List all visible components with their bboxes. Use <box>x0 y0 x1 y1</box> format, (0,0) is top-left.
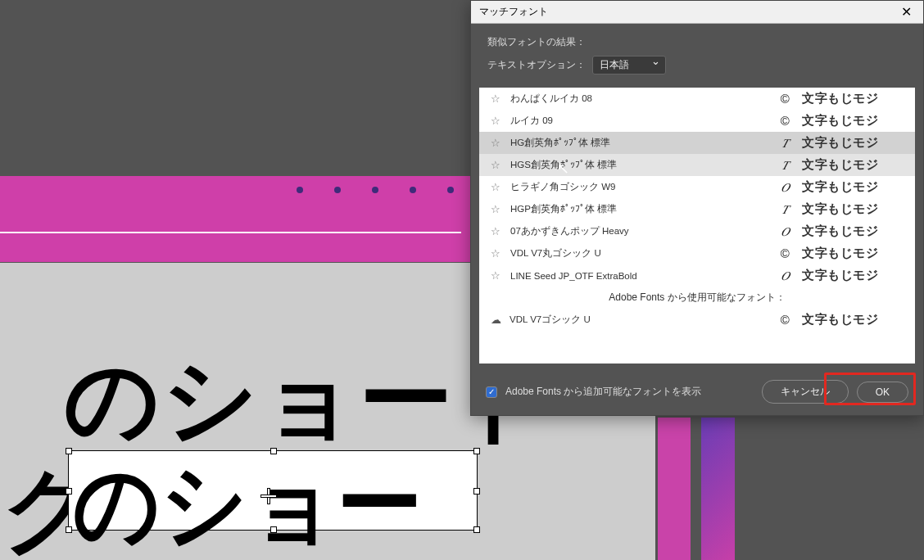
doc-dot <box>447 187 454 193</box>
font-preview: 文字もじモジ <box>802 224 908 239</box>
star-icon[interactable]: ☆ <box>491 93 502 105</box>
font-row[interactable]: ☆わんぱくルイカ 08©文字もじモジ <box>479 88 915 110</box>
source-type-icon: 𝑂 <box>776 224 794 239</box>
selection-handle[interactable] <box>66 448 72 454</box>
font-name: ヒラギノ角ゴシック W9 <box>510 181 768 193</box>
dialog-titlebar[interactable]: マッチフォント ✕ <box>471 1 923 24</box>
star-icon[interactable]: ☆ <box>491 137 502 149</box>
font-name: HG創英角ﾎﾟｯﾌﾟ体 標準 <box>510 137 768 149</box>
show-adobe-fonts-checkbox[interactable]: ✓ <box>486 386 497 398</box>
selection-handle[interactable] <box>66 526 72 533</box>
result-label: 類似フォントの結果： <box>487 35 907 49</box>
font-preview: 文字もじモジ <box>802 268 908 283</box>
font-name: VDL V7丸ゴシック U <box>510 247 768 260</box>
font-name: HGP創英角ﾎﾟｯﾌﾟ体 標準 <box>510 203 768 215</box>
font-preview: 文字もじモジ <box>802 201 908 217</box>
font-preview: 文字もじモジ <box>802 246 908 261</box>
bg-stripe-2 <box>701 418 735 560</box>
doc-dot <box>372 187 378 193</box>
source-type-icon: © <box>776 92 794 106</box>
doc-dot <box>297 187 303 193</box>
star-icon[interactable]: ☆ <box>491 269 502 282</box>
dialog-header: 類似フォントの結果： テキストオプション： 日本語 <box>471 24 923 83</box>
font-name: わんぱくルイカ 08 <box>510 93 768 105</box>
source-type-icon: © <box>776 313 794 327</box>
font-row[interactable]: ☁VDL V7ゴシック U©文字もじモジ <box>479 309 915 331</box>
doc-dot <box>334 187 341 193</box>
selection-handle[interactable] <box>473 488 480 495</box>
font-name: LINE Seed JP_OTF ExtraBold <box>510 271 768 281</box>
selection-handle[interactable] <box>270 526 277 533</box>
adobe-fonts-separator: Adobe Fonts から使用可能なフォント： <box>479 287 915 309</box>
match-font-dialog: マッチフォント ✕ 類似フォントの結果： テキストオプション： 日本語 ☆わんぱ… <box>470 0 924 416</box>
source-type-icon: © <box>776 114 794 128</box>
bg-stripe-1 <box>658 418 691 560</box>
selection-handle[interactable] <box>66 488 72 495</box>
font-row[interactable]: ☆HGP創英角ﾎﾟｯﾌﾟ体 標準𝑇文字もじモジ <box>479 198 915 220</box>
font-preview: 文字もじモジ <box>802 135 908 151</box>
font-preview: 文字もじモジ <box>802 91 908 106</box>
font-row[interactable]: ☆LINE Seed JP_OTF ExtraBold𝑂文字もじモジ <box>479 264 915 287</box>
font-name: ルイカ 09 <box>510 115 768 127</box>
selection-handle[interactable] <box>473 448 480 454</box>
doc-dot <box>410 187 416 193</box>
source-type-icon: © <box>776 246 794 260</box>
star-icon[interactable]: ☆ <box>491 115 502 127</box>
doc-dot-row <box>297 187 491 193</box>
source-type-icon: 𝑂 <box>776 269 794 283</box>
font-preview: 文字もじモジ <box>802 113 908 129</box>
font-row[interactable]: ☆HG創英角ﾎﾟｯﾌﾟ体 標準𝑇文字もじモジ <box>479 132 915 154</box>
match-font-selection[interactable]: のショート <box>68 450 478 531</box>
selection-handle[interactable] <box>270 448 277 454</box>
dialog-footer: ✓ Adobe Fonts から追加可能なフォントを表示 キャンセル OK <box>471 368 923 415</box>
font-preview: 文字もじモジ <box>802 179 908 195</box>
dialog-title: マッチフォント <box>479 5 548 19</box>
star-icon[interactable]: ☆ <box>491 203 502 215</box>
text-options-label: テキストオプション： <box>487 58 586 72</box>
cloud-icon[interactable]: ☁ <box>491 314 501 326</box>
source-type-icon: 𝑇 <box>776 136 794 151</box>
font-name: 07あかずきんポップ Heavy <box>510 225 768 237</box>
star-icon[interactable]: ☆ <box>491 159 502 171</box>
source-type-icon: 𝑇 <box>776 202 794 217</box>
show-adobe-fonts-label: Adobe Fonts から追加可能なフォントを表示 <box>505 385 701 399</box>
font-row[interactable]: ☆ルイカ 09©文字もじモジ <box>479 110 915 132</box>
star-icon[interactable]: ☆ <box>491 181 502 193</box>
language-select[interactable]: 日本語 <box>592 56 666 75</box>
font-row[interactable]: ☆07あかずきんポップ Heavy𝑂文字もじモジ <box>479 220 915 242</box>
font-row[interactable]: ☆HGS創英角ﾎﾟｯﾌﾟ体 標準𝑇文字もじモジ <box>479 154 915 176</box>
font-preview: 文字もじモジ <box>802 312 908 327</box>
font-list[interactable]: ☆わんぱくルイカ 08©文字もじモジ☆ルイカ 09©文字もじモジ☆HG創英角ﾎﾟ… <box>479 88 915 364</box>
ok-button[interactable]: OK <box>857 382 908 403</box>
star-icon[interactable]: ☆ <box>491 247 502 260</box>
font-preview: 文字もじモジ <box>802 157 908 173</box>
font-name: HGS創英角ﾎﾟｯﾌﾟ体 標準 <box>510 159 768 171</box>
close-icon[interactable]: ✕ <box>898 6 915 19</box>
doc-text-line2: のショート <box>73 441 441 560</box>
cancel-button[interactable]: キャンセル <box>762 380 849 404</box>
source-type-icon: 𝑂 <box>776 180 794 195</box>
font-row[interactable]: ☆ヒラギノ角ゴシック W9𝑂文字もじモジ <box>479 176 915 198</box>
font-row[interactable]: ☆VDL V7丸ゴシック U©文字もじモジ <box>479 242 915 264</box>
star-icon[interactable]: ☆ <box>491 225 502 237</box>
source-type-icon: 𝑇 <box>776 158 794 173</box>
font-name: VDL V7ゴシック U <box>510 314 768 326</box>
selection-handle[interactable] <box>473 526 480 533</box>
